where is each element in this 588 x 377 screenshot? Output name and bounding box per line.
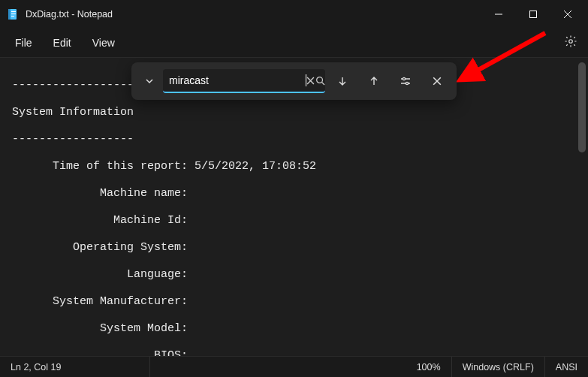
menu-edit[interactable]: Edit <box>43 32 82 53</box>
text-line: Operating System: <box>12 241 576 255</box>
window-title: DxDiag.txt - Notepad <box>26 9 481 20</box>
notepad-app-icon <box>6 8 20 21</box>
text-line: BIOS: <box>12 349 576 356</box>
svg-point-8 <box>403 77 405 80</box>
minimize-button[interactable] <box>481 2 516 26</box>
svg-point-7 <box>317 77 323 83</box>
text-line: Language: <box>12 268 576 282</box>
svg-rect-1 <box>8 9 11 20</box>
editor-area[interactable]: ------------------ System Information --… <box>0 57 588 356</box>
text-line: System Information <box>12 106 576 119</box>
text-line: ------------------ <box>12 133 576 146</box>
text-line: Time of this report: 5/5/2022, 17:08:52 <box>12 160 576 173</box>
status-encoding: ANSI <box>545 357 588 377</box>
find-previous-button[interactable] <box>360 68 388 95</box>
find-bar <box>131 62 457 100</box>
text-line: Machine name: <box>12 187 576 201</box>
svg-point-6 <box>569 40 573 44</box>
status-zoom[interactable]: 100% <box>406 357 452 377</box>
text-line: System Manufacturer: <box>12 295 576 309</box>
find-next-button[interactable] <box>328 68 357 95</box>
find-expand-toggle[interactable] <box>139 69 160 93</box>
status-line-ending: Windows (CRLF) <box>452 357 545 377</box>
svg-rect-3 <box>11 14 16 14</box>
menu-view[interactable]: View <box>82 32 125 53</box>
text-content[interactable]: ------------------ System Information --… <box>0 58 588 356</box>
clear-search-button[interactable] <box>306 69 315 92</box>
status-bar: Ln 2, Col 19 100% Windows (CRLF) ANSI <box>0 356 588 377</box>
search-icon[interactable] <box>315 69 325 92</box>
title-bar: DxDiag.txt - Notepad <box>0 0 588 29</box>
menu-bar: File Edit View <box>0 29 588 57</box>
vertical-scrollbar[interactable] <box>576 58 588 356</box>
find-options-button[interactable] <box>391 68 420 95</box>
menu-file[interactable]: File <box>5 32 43 53</box>
settings-button[interactable] <box>564 35 577 51</box>
window-controls <box>481 2 585 26</box>
scrollbar-thumb[interactable] <box>578 62 586 152</box>
status-position: Ln 2, Col 19 <box>0 357 150 377</box>
svg-rect-5 <box>530 11 537 18</box>
find-input-container <box>163 69 325 93</box>
svg-point-9 <box>406 82 408 84</box>
close-button[interactable] <box>550 2 585 26</box>
find-close-button[interactable] <box>423 68 451 95</box>
svg-rect-2 <box>11 11 16 12</box>
text-line: System Model: <box>12 322 576 336</box>
maximize-button[interactable] <box>516 2 550 26</box>
notepad-window: DxDiag.txt - Notepad File Edit View ----… <box>0 0 588 377</box>
find-input[interactable] <box>163 74 306 86</box>
text-line: Machine Id: <box>12 214 576 228</box>
svg-rect-4 <box>11 16 14 17</box>
